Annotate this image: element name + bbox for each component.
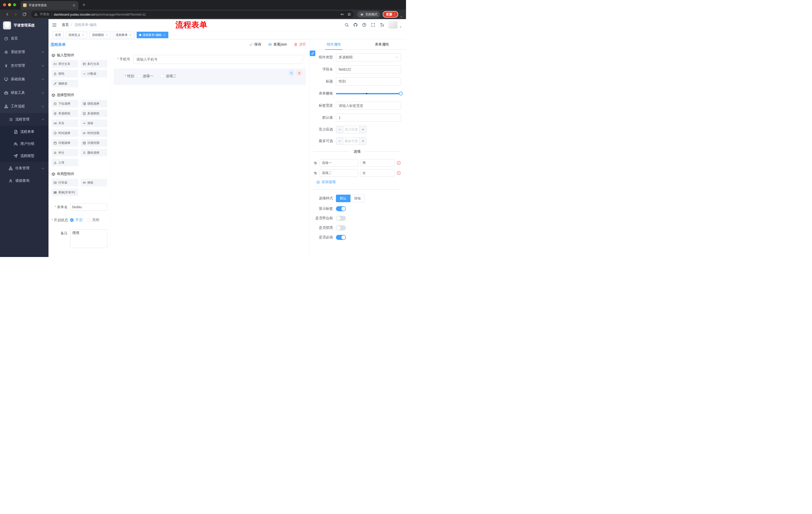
browser-tab[interactable]: 芋道管理系统 — [21, 1, 78, 9]
chip-password[interactable]: 密码 — [52, 70, 78, 77]
github-icon[interactable] — [353, 23, 358, 27]
stepper-placeholder[interactable]: 至少应选 — [343, 126, 359, 133]
chip-editor[interactable]: 编辑器 — [52, 80, 78, 87]
font-size-icon[interactable] — [380, 23, 384, 27]
form-remark-textarea[interactable]: 嘿嘿 — [70, 229, 107, 248]
sidebar-item-leave-query[interactable]: 请假查询 — [0, 174, 49, 187]
stepper-increase-button[interactable] — [359, 126, 366, 133]
field-name-input[interactable] — [336, 65, 401, 74]
disabled-toggle[interactable] — [336, 225, 346, 231]
tag-close-icon[interactable] — [163, 33, 166, 36]
chip-switch[interactable]: 开关 — [52, 119, 78, 127]
chip-select[interactable]: 下拉选择 — [52, 100, 78, 107]
help-icon[interactable] — [362, 23, 367, 27]
sidebar-item-infrastructure[interactable]: 基础设施 — [0, 73, 49, 86]
chip-button[interactable]: 按钮 — [81, 179, 108, 186]
gender-option-2-checkbox[interactable]: 选项二 — [160, 74, 176, 78]
tag-close-icon[interactable] — [105, 33, 108, 36]
option-label-input[interactable] — [320, 169, 358, 177]
remove-option-button[interactable] — [397, 161, 401, 165]
status-on-radio[interactable]: 开启 — [70, 218, 82, 222]
border-toggle[interactable] — [336, 216, 346, 221]
avatar-caret-icon[interactable] — [399, 26, 402, 28]
sidebar-item-system-mgmt[interactable]: 系统管理 — [0, 45, 49, 59]
toolbar-overflow-icon[interactable] — [400, 15, 403, 18]
chip-upload[interactable]: 上传 — [52, 159, 78, 166]
gender-option-1-checkbox[interactable]: 选项一 — [137, 74, 153, 78]
sidebar-item-dev-tools[interactable]: 研发工具 — [0, 86, 49, 100]
tag-process-form-edit[interactable]: 流程表单-编辑 — [137, 32, 168, 38]
tag-close-icon[interactable] — [82, 33, 85, 36]
chip-multiline-text[interactable]: 多行文本 — [81, 60, 108, 67]
phone-field-row[interactable]: 手机号 — [114, 55, 306, 64]
show-label-toggle[interactable] — [336, 206, 346, 211]
tab-close-icon[interactable] — [72, 3, 76, 7]
default-value-input[interactable] — [336, 114, 401, 122]
label-width-input[interactable] — [336, 102, 401, 110]
browser-update-button[interactable]: 更新 — [383, 11, 398, 18]
stepper-placeholder[interactable]: 最多可选 — [343, 138, 359, 144]
stepper-increase-button[interactable] — [359, 138, 366, 144]
sidebar-item-home[interactable]: 首页 — [0, 32, 49, 45]
sidebar-item-process-mgmt[interactable]: 流程管理 — [0, 113, 49, 126]
style-button-button[interactable]: 按钮 — [350, 195, 365, 202]
chip-time-range[interactable]: 时间范围 — [81, 129, 108, 137]
tab-form-props[interactable]: 表单属性 — [358, 39, 406, 50]
sidebar-item-payment-mgmt[interactable]: 支付管理 — [0, 59, 49, 73]
window-zoom-button[interactable] — [13, 3, 16, 6]
chip-table[interactable]: 表格[开发中] — [52, 189, 78, 196]
option-value-input[interactable] — [360, 159, 395, 167]
back-button[interactable] — [5, 12, 9, 17]
chip-rate[interactable]: 评分 — [52, 149, 78, 156]
chip-single-text[interactable]: 单行文本 — [52, 60, 78, 67]
delete-component-button[interactable] — [296, 71, 302, 76]
forward-button[interactable] — [13, 12, 18, 17]
chip-radio-group[interactable]: 单选框组 — [52, 110, 78, 117]
stepper-decrease-button[interactable] — [336, 126, 343, 133]
form-name-input[interactable] — [70, 203, 107, 211]
user-avatar[interactable] — [388, 21, 398, 29]
tab-component-props[interactable]: 组件属性 — [310, 39, 358, 50]
stepper-decrease-button[interactable] — [336, 138, 343, 144]
form-canvas[interactable]: 手机号 性别 — [110, 50, 310, 257]
chip-checkbox-group[interactable]: 多选框组 — [81, 110, 108, 117]
form-grid-slider[interactable] — [336, 89, 401, 98]
sidebar-item-process-form[interactable]: 流程表单 — [0, 126, 49, 138]
fullscreen-icon[interactable] — [371, 23, 375, 27]
component-link-badge[interactable] — [310, 51, 315, 56]
style-default-button[interactable]: 默认 — [336, 195, 350, 202]
chip-counter[interactable]: 123计数器 — [81, 70, 108, 77]
window-close-button[interactable] — [3, 3, 6, 6]
chip-time[interactable]: 时间选择 — [52, 129, 78, 137]
reload-button[interactable] — [22, 12, 27, 17]
option-label-input[interactable] — [320, 159, 358, 167]
view-json-button[interactable]: 查看json — [268, 42, 287, 47]
copy-component-button[interactable] — [289, 71, 294, 76]
tag-process-model[interactable]: 流程模型 — [89, 32, 111, 38]
sidebar-collapse-icon[interactable] — [52, 23, 57, 27]
new-tab-button[interactable] — [82, 3, 86, 7]
tag-home[interactable]: 首页 — [53, 32, 63, 38]
sidebar-item-user-group[interactable]: 用户分组 — [0, 138, 49, 150]
tag-process-form[interactable]: 流程表单 — [113, 32, 135, 38]
clear-button[interactable]: 清空 — [294, 42, 306, 47]
sidebar-logo[interactable]: 芋道管理系统 — [0, 19, 49, 32]
sidebar-item-process-model[interactable]: 流程模型 — [0, 150, 49, 162]
chip-slider[interactable]: 滑块 — [81, 119, 108, 127]
chip-date-range[interactable]: 日期范围 — [81, 139, 108, 146]
title-input[interactable] — [336, 77, 401, 85]
component-type-select[interactable]: 多选框组 — [336, 53, 401, 61]
password-key-icon[interactable] — [340, 12, 344, 16]
slider-knob[interactable] — [399, 92, 403, 96]
breadcrumb-home[interactable]: 首页 — [62, 23, 69, 27]
sidebar-item-task-mgmt[interactable]: 任务管理 — [0, 162, 49, 174]
status-off-radio[interactable]: 关闭 — [87, 218, 99, 222]
chip-color[interactable]: 颜色选择 — [81, 149, 108, 156]
address-bar[interactable]: 不安全 dashboard.yudao.iocoder.cn/bpm/manag… — [31, 11, 354, 18]
tag-close-icon[interactable] — [129, 33, 132, 36]
sidebar-item-workflow[interactable]: 工作流程 — [0, 100, 49, 113]
required-toggle[interactable] — [336, 235, 346, 240]
chip-date[interactable]: 日期选择 — [52, 139, 78, 146]
chip-row-container[interactable]: 行容器 — [52, 179, 78, 186]
browser-menu-dots-icon[interactable] — [393, 12, 397, 16]
